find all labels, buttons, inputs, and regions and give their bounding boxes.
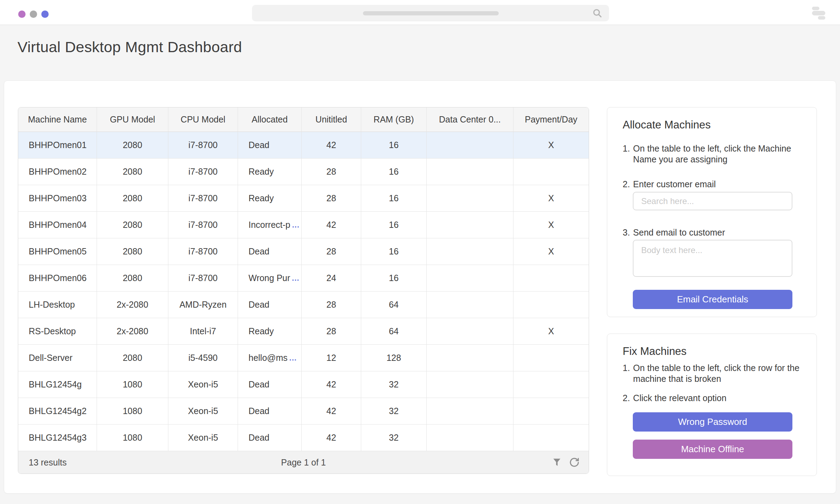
allocate-step-1: 1. On the table to the left, click the M… xyxy=(623,143,810,164)
truncation-ellipsis: ... xyxy=(289,354,297,363)
window-dot-purple[interactable] xyxy=(18,10,26,18)
machine-name-cell[interactable]: BHLG12454g2 xyxy=(18,398,97,425)
unititled-cell: 12 xyxy=(302,345,361,371)
gpu-model-cell: 2080 xyxy=(97,212,168,238)
wrong-password-button[interactable]: Wrong Password xyxy=(633,412,792,432)
machine-name-cell[interactable]: BHHPOmen06 xyxy=(18,265,97,292)
table-row[interactable]: RS-Desktop2x-2080Intel-i7Ready2864X xyxy=(18,318,589,345)
allocated-cell: Wrong Pur... xyxy=(238,265,302,292)
filter-icon[interactable] xyxy=(552,457,562,468)
step-number: 2. xyxy=(623,179,630,190)
table-row[interactable]: BHLG12454g21080Xeon-i5Dead4232 xyxy=(18,398,589,425)
step-text: On the table to the left, click the Mach… xyxy=(633,143,810,164)
column-header: Unititled xyxy=(302,107,361,132)
cpu-model-cell: Xeon-i5 xyxy=(168,398,238,425)
ram-cell: 64 xyxy=(361,292,427,318)
machine-name-cell[interactable]: BHLG12454g3 xyxy=(18,425,97,451)
window-dot-gray[interactable] xyxy=(30,10,37,18)
cpu-model-cell: i7-8700 xyxy=(168,238,238,265)
machine-name-cell[interactable]: BHHPOmen04 xyxy=(18,212,97,238)
payment-cell: X xyxy=(513,185,589,212)
machine-offline-button[interactable]: Machine Offline xyxy=(633,440,792,459)
payment-cell: X xyxy=(513,212,589,238)
payment-cell xyxy=(513,371,589,398)
column-header: Data Center 0... xyxy=(427,107,513,132)
data-center-cell xyxy=(427,425,513,451)
menu-bar-top xyxy=(812,7,819,10)
table-row[interactable]: BHHPOmen032080i7-8700Ready2816X xyxy=(18,185,589,212)
unititled-cell: 24 xyxy=(302,265,361,292)
gpu-model-cell: 1080 xyxy=(97,398,168,425)
data-center-cell xyxy=(427,265,513,292)
customer-email-input[interactable] xyxy=(633,192,792,210)
gpu-model-cell: 2080 xyxy=(97,185,168,212)
ram-cell: 16 xyxy=(361,185,427,212)
allocated-cell: Ready xyxy=(238,159,302,185)
column-header: Machine Name xyxy=(18,107,97,132)
truncation-ellipsis: ... xyxy=(292,220,299,230)
unititled-cell: 28 xyxy=(302,159,361,185)
ram-cell: 16 xyxy=(361,238,427,265)
table-row[interactable]: BHHPOmen052080i7-8700Dead2816X xyxy=(18,238,589,265)
data-center-cell xyxy=(427,371,513,398)
data-center-cell xyxy=(427,345,513,371)
ram-cell: 64 xyxy=(361,318,427,345)
ram-cell: 128 xyxy=(361,345,427,371)
allocate-step-2: 2. Enter customer email xyxy=(623,179,716,190)
table-row[interactable]: BHHPOmen042080i7-8700Incorrect-p...4216X xyxy=(18,212,589,238)
step-number: 1. xyxy=(623,143,630,164)
table-row[interactable]: LH-Desktop2x-2080AMD-RyzenDead2864 xyxy=(18,292,589,318)
step-text: Send email to customer xyxy=(633,227,725,238)
allocated-cell: Dead xyxy=(238,425,302,451)
refresh-icon[interactable] xyxy=(569,457,580,468)
cpu-model-cell: AMD-Ryzen xyxy=(168,292,238,318)
allocate-panel-title: Allocate Machines xyxy=(623,119,711,131)
cpu-model-cell: i7-8700 xyxy=(168,265,238,292)
cpu-model-cell: i7-8700 xyxy=(168,159,238,185)
machine-name-cell[interactable]: RS-Desktop xyxy=(18,318,97,345)
table-row[interactable]: BHHPOmen022080i7-8700Ready2816 xyxy=(18,159,589,185)
menu-bar-bottom xyxy=(818,16,825,20)
search-icon[interactable] xyxy=(592,8,603,19)
data-center-cell xyxy=(427,398,513,425)
step-number: 3. xyxy=(623,227,630,238)
dashboard-card: Machine NameGPU ModelCPU ModelAllocatedU… xyxy=(4,80,836,493)
allocated-cell: Dead xyxy=(238,292,302,318)
machine-name-cell[interactable]: Dell-Server xyxy=(18,345,97,371)
gpu-model-cell: 2x-2080 xyxy=(97,292,168,318)
email-credentials-button[interactable]: Email Credentials xyxy=(633,290,792,309)
unititled-cell: 42 xyxy=(302,132,361,159)
url-placeholder-bar xyxy=(363,11,499,15)
payment-cell xyxy=(513,345,589,371)
table-row[interactable]: BHLG12454g31080Xeon-i5Dead4232 xyxy=(18,425,589,451)
cpu-model-cell: i5-4590 xyxy=(168,345,238,371)
data-center-cell xyxy=(427,292,513,318)
ram-cell: 32 xyxy=(361,398,427,425)
payment-cell: X xyxy=(513,238,589,265)
machine-name-cell[interactable]: BHHPOmen01 xyxy=(18,132,97,159)
menu-lines-icon[interactable] xyxy=(812,7,825,19)
machine-name-cell[interactable]: BHHPOmen05 xyxy=(18,238,97,265)
cpu-model-cell: i7-8700 xyxy=(168,212,238,238)
allocate-step-3: 3. Send email to customer xyxy=(623,227,725,238)
machine-name-cell[interactable]: BHHPOmen03 xyxy=(18,185,97,212)
table-row[interactable]: BHLG12454g1080Xeon-i5Dead4232 xyxy=(18,371,589,398)
cpu-model-cell: i7-8700 xyxy=(168,185,238,212)
unititled-cell: 28 xyxy=(302,185,361,212)
window-dot-blue[interactable] xyxy=(41,10,49,18)
table-row[interactable]: Dell-Server2080i5-4590hello@ms...12128 xyxy=(18,345,589,371)
email-body-textarea[interactable] xyxy=(633,240,792,277)
browser-search-bar[interactable] xyxy=(252,5,609,21)
fix-buttons: Wrong PasswordMachine Offline xyxy=(607,334,817,476)
data-center-cell xyxy=(427,159,513,185)
table-body: BHHPOmen012080i7-8700Dead4216XBHHPOmen02… xyxy=(18,132,589,451)
gpu-model-cell: 2080 xyxy=(97,265,168,292)
payment-cell: X xyxy=(513,132,589,159)
payment-cell xyxy=(513,159,589,185)
table-row[interactable]: BHHPOmen062080i7-8700Wrong Pur...2416 xyxy=(18,265,589,292)
data-center-cell xyxy=(427,212,513,238)
table-row[interactable]: BHHPOmen012080i7-8700Dead4216X xyxy=(18,132,589,159)
machine-name-cell[interactable]: LH-Desktop xyxy=(18,292,97,318)
machine-name-cell[interactable]: BHHPOmen02 xyxy=(18,159,97,185)
machine-name-cell[interactable]: BHLG12454g xyxy=(18,371,97,398)
